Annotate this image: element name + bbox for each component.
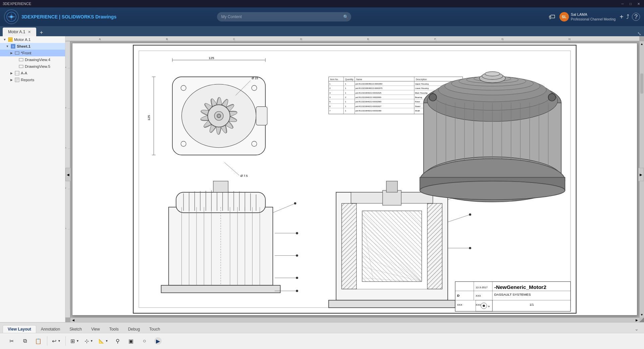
svg-text:1: 1 — [345, 100, 346, 103]
svg-text:Main Housing: Main Housing — [415, 92, 427, 94]
app-title-suffix: Drawings — [94, 14, 116, 19]
svg-text:Item No.: Item No. — [330, 78, 338, 81]
svg-text:Lower Housing: Lower Housing — [415, 87, 429, 89]
search-input[interactable] — [217, 12, 351, 21]
help-button[interactable]: ? — [632, 13, 640, 21]
bookmark-icon[interactable]: 🏷 — [549, 13, 555, 21]
tree-item-motor[interactable]: ▼ M Motor A.1 — [0, 36, 65, 43]
minimize-button[interactable]: ─ — [620, 1, 625, 6]
dv5-icon — [18, 64, 24, 69]
user-info: SL Sal LAMA Professional Channel Meeting — [559, 12, 615, 21]
dv5-label: DrawingView.5 — [25, 64, 50, 68]
scroll-corner — [639, 317, 644, 322]
tab-debug[interactable]: Debug — [123, 326, 145, 333]
svg-text:DASSAULT SYSTEMES: DASSAULT SYSTEMES — [494, 293, 531, 296]
svg-rect-8 — [15, 52, 19, 54]
scroll-thumb-v[interactable] — [640, 73, 643, 94]
cut-tool-button[interactable]: ✂ — [5, 335, 17, 347]
svg-text:2: 2 — [65, 107, 67, 108]
view-tool-4[interactable]: ⚲ — [112, 335, 124, 347]
svg-text:2: 2 — [345, 96, 346, 98]
close-button[interactable]: ✕ — [636, 1, 641, 6]
view-tool-6[interactable]: ○ — [139, 335, 151, 347]
reports-label: Reports — [21, 78, 34, 82]
maximize-button[interactable]: □ — [628, 1, 633, 6]
svg-text:1: 1 — [345, 92, 346, 94]
tab-expand-button[interactable]: ⤡ — [637, 31, 641, 36]
scroll-left-button[interactable]: ◀ — [70, 318, 76, 322]
svg-rect-154 — [213, 181, 228, 192]
svg-text:XXX: XXX — [476, 294, 481, 297]
tree-item-sheet[interactable]: ▼ S Sheet.1 — [0, 43, 65, 50]
view-tool-2[interactable]: ⊹ ▼ — [83, 335, 95, 347]
drawing-content: Item No. Quantity Name Description 1 1 p… — [72, 43, 637, 315]
aa-expand-icon: ▶ — [9, 71, 13, 75]
tab-debug-label: Debug — [128, 327, 140, 332]
undo-icon: ↩ — [52, 338, 56, 344]
svg-text:prd-R113210064f6213-00002f60: prd-R113210064f6213-00002f60 — [356, 83, 382, 85]
paste-tool-button[interactable]: 📋 — [32, 335, 44, 347]
undo-dropdown-arrow[interactable]: ▼ — [58, 339, 61, 343]
tree-item-aa[interactable]: ▶ A-A — [0, 70, 65, 77]
svg-text:F: F — [434, 38, 436, 41]
view-dropdown-3[interactable]: ▼ — [105, 339, 108, 343]
view-dropdown-2[interactable]: ▼ — [90, 339, 93, 343]
share-button[interactable]: ⤴ — [626, 13, 629, 20]
svg-text:5: 5 — [65, 228, 67, 229]
svg-point-160 — [296, 254, 298, 257]
svg-text:D: D — [457, 294, 460, 297]
tree-item-drawingview4[interactable]: DrawingView.4 — [0, 56, 65, 63]
svg-text:125: 125 — [209, 56, 214, 60]
svg-text:Stator: Stator — [415, 105, 420, 107]
logo-area: 3DEXPERIENCE | SOLIDWORKS Drawings — [4, 9, 116, 24]
tree-item-reports[interactable]: ▶ Reports — [0, 77, 65, 83]
tab-view-layout[interactable]: View Layout — [3, 325, 36, 333]
tab-touch[interactable]: Touch — [145, 326, 165, 333]
new-tab-button[interactable]: + — [38, 29, 45, 36]
play-icon: ▶ — [154, 337, 162, 345]
tree-item-drawingview5[interactable]: DrawingView.5 — [0, 63, 65, 70]
app-title-solidworks: SOLIDWORKS — [62, 14, 94, 19]
main-header: 3DEXPERIENCE | SOLIDWORKS Drawings 🔍 🏷 S… — [0, 7, 644, 26]
tab-view[interactable]: View — [87, 326, 105, 333]
scroll-down-button[interactable]: ▼ — [640, 312, 644, 317]
svg-point-242 — [483, 305, 485, 307]
add-button[interactable]: + — [620, 13, 624, 21]
tree-item-front[interactable]: ▶ *Front — [0, 50, 65, 56]
header-buttons: + ⤴ ? — [620, 13, 640, 21]
tab-annotation[interactable]: Annotation — [36, 326, 65, 333]
tabs-more-button[interactable]: ⌄ — [632, 325, 641, 333]
sheet-expand-icon: ▼ — [5, 44, 9, 48]
copy-icon: ⧉ — [23, 338, 27, 344]
view-tool-5[interactable]: ▣ — [125, 335, 137, 347]
svg-point-162 — [296, 277, 298, 279]
play-button[interactable]: ▶ — [152, 335, 164, 347]
view-tool-1[interactable]: ⊞ ▼ — [68, 335, 81, 347]
svg-text:M: M — [9, 38, 12, 41]
scroll-right-button[interactable]: ▶ — [634, 318, 639, 322]
left-collapse-button[interactable]: ◀ — [65, 168, 71, 181]
horizontal-scrollbar[interactable]: ◀ ▶ — [70, 317, 639, 322]
tab-close-icon[interactable]: ✕ — [28, 30, 31, 34]
view-dropdown-1[interactable]: ▼ — [76, 339, 79, 343]
canvas-area: A B C D E F G H 1 2 3 4 — [65, 36, 644, 322]
tab-tools[interactable]: Tools — [105, 326, 123, 333]
title-bar: 3DEXPERIENCE ─ □ ✕ — [0, 0, 644, 7]
compass-logo[interactable] — [4, 9, 19, 24]
view-icon-1: ⊞ — [70, 338, 75, 344]
undo-button[interactable]: ↩ ▼ — [50, 335, 63, 347]
front-icon — [14, 50, 20, 56]
search-icon[interactable]: 🔍 — [343, 14, 348, 19]
expand-icon: ▼ — [3, 38, 7, 42]
tab-bar: Motor A.1 ✕ + ⤡ — [0, 26, 644, 36]
header-actions: 🏷 SL Sal LAMA Professional Channel Meeti… — [549, 12, 640, 21]
scroll-up-button[interactable]: ▲ — [640, 41, 644, 47]
window-title: 3DEXPERIENCE — [3, 2, 31, 6]
tab-sketch[interactable]: Sketch — [65, 326, 87, 333]
active-tab[interactable]: Motor A.1 ✕ — [3, 28, 36, 36]
svg-rect-167 — [342, 203, 357, 289]
copy-tool-button[interactable]: ⧉ — [19, 335, 31, 347]
right-collapse-button[interactable]: ▶ — [638, 168, 644, 181]
view-tool-3[interactable]: 📐 ▼ — [97, 335, 110, 347]
svg-point-164 — [296, 290, 298, 292]
